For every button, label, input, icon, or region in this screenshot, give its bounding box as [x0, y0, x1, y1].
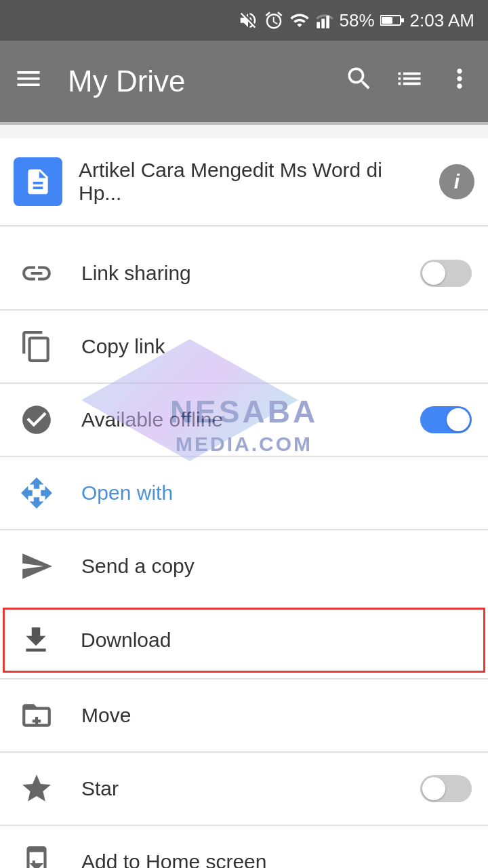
- open-with-icon: [16, 476, 57, 510]
- menu-item-star[interactable]: Star: [0, 753, 488, 825]
- battery-icon: [380, 11, 405, 30]
- list-view-button[interactable]: [394, 64, 424, 100]
- add-to-home-screen-icon: [16, 845, 57, 868]
- svg-rect-0: [317, 22, 320, 28]
- download-label: Download: [81, 629, 472, 652]
- top-spacer: [0, 125, 488, 138]
- menu-item-copy-link[interactable]: Copy link: [0, 311, 488, 382]
- more-options-button[interactable]: [445, 64, 474, 100]
- battery-text: 58%: [340, 10, 375, 31]
- menu-section: Link sharing Copy link Available offline: [0, 237, 488, 868]
- svg-rect-1: [321, 19, 325, 28]
- star-toggle[interactable]: [420, 775, 472, 802]
- page-title: My Drive: [68, 64, 331, 98]
- hamburger-menu-button[interactable]: [14, 64, 43, 100]
- add-to-home-screen-label: Add to Home screen: [81, 850, 472, 868]
- move-label: Move: [81, 704, 472, 727]
- move-icon: [16, 698, 57, 732]
- copy-link-label: Copy link: [81, 335, 472, 358]
- info-button[interactable]: i: [439, 164, 474, 199]
- menu-item-available-offline[interactable]: Available offline: [0, 384, 488, 456]
- alarm-icon: [264, 10, 284, 31]
- menu-item-add-to-home-screen[interactable]: Add to Home screen: [0, 826, 488, 868]
- copy-link-icon: [16, 330, 57, 363]
- send-a-copy-label: Send a copy: [81, 555, 472, 578]
- file-item[interactable]: Artikel Cara Mengedit Ms Word di Hp... i: [0, 138, 488, 225]
- menu-item-download[interactable]: Download: [3, 608, 485, 673]
- app-bar: My Drive: [0, 41, 488, 122]
- mute-icon: [238, 10, 258, 31]
- svg-rect-5: [401, 18, 404, 22]
- signal-icon: [315, 10, 334, 31]
- status-bar: 58% 2:03 AM: [0, 0, 488, 41]
- open-with-label: Open with: [81, 481, 472, 505]
- menu-item-send-a-copy[interactable]: Send a copy: [0, 530, 488, 602]
- menu-item-open-with[interactable]: Open with: [0, 457, 488, 529]
- available-offline-icon: [16, 403, 57, 437]
- status-icons: 58% 2:03 AM: [238, 10, 474, 31]
- send-a-copy-icon: [16, 549, 57, 583]
- menu-item-move[interactable]: Move: [0, 679, 488, 751]
- file-name: Artikel Cara Mengedit Ms Word di Hp...: [79, 159, 423, 205]
- menu-item-link-sharing[interactable]: Link sharing: [0, 237, 488, 309]
- search-button[interactable]: [344, 64, 374, 100]
- available-offline-label: Available offline: [81, 408, 396, 431]
- link-sharing-icon: [16, 256, 57, 290]
- link-sharing-toggle[interactable]: [420, 260, 472, 287]
- star-icon: [16, 772, 57, 806]
- star-label: Star: [81, 777, 396, 800]
- time-text: 2:03 AM: [410, 10, 474, 31]
- svg-rect-2: [326, 16, 329, 28]
- link-sharing-label: Link sharing: [81, 262, 396, 285]
- svg-rect-4: [382, 17, 392, 24]
- doc-icon: [14, 157, 62, 206]
- wifi-icon: [289, 10, 310, 31]
- available-offline-toggle[interactable]: [420, 406, 472, 433]
- mid-spacer: [0, 226, 488, 237]
- download-icon: [16, 623, 56, 657]
